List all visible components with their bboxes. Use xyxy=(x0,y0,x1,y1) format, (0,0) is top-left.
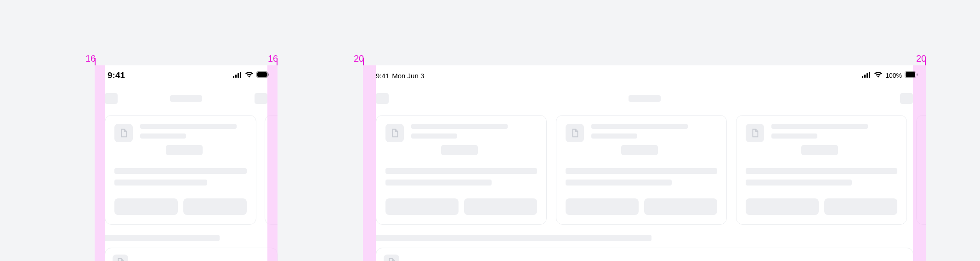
content-card[interactable] xyxy=(265,115,278,225)
status-bar: 9:41 Mon Jun 3 100% xyxy=(363,65,926,86)
wifi-icon xyxy=(245,71,254,80)
svg-rect-3 xyxy=(240,72,241,78)
card-title-placeholder xyxy=(140,124,237,129)
card-text-placeholder xyxy=(385,180,492,186)
nav-action-placeholder[interactable] xyxy=(255,93,267,104)
svg-rect-9 xyxy=(867,73,868,78)
card-text-placeholder xyxy=(566,168,717,174)
wifi-icon xyxy=(874,71,883,80)
nav-title-placeholder xyxy=(170,95,202,102)
battery-percentage: 100% xyxy=(885,72,902,79)
svg-rect-2 xyxy=(238,73,239,78)
svg-rect-8 xyxy=(864,75,866,78)
nav-title-placeholder xyxy=(629,95,661,102)
phone-mockup: 9:41 xyxy=(95,65,278,261)
document-icon xyxy=(114,124,133,142)
content-card[interactable] xyxy=(556,115,727,225)
card-button-placeholder[interactable] xyxy=(385,198,459,215)
content-card[interactable] xyxy=(376,115,547,225)
content-card[interactable] xyxy=(916,115,926,225)
document-icon xyxy=(113,255,128,261)
annotation-tick xyxy=(277,58,278,65)
card-title-placeholder xyxy=(411,124,508,129)
document-icon xyxy=(385,124,404,142)
signal-icon xyxy=(862,71,871,80)
card-button-placeholder[interactable] xyxy=(566,198,639,215)
card-row xyxy=(95,115,278,225)
nav-back-placeholder[interactable] xyxy=(105,93,118,104)
card-text-placeholder xyxy=(114,168,247,174)
svg-rect-5 xyxy=(257,72,267,77)
svg-rect-12 xyxy=(906,72,915,77)
card-button-placeholder[interactable] xyxy=(183,198,247,215)
card-subtitle-placeholder xyxy=(411,133,457,139)
signal-icon xyxy=(233,71,242,80)
card-button-placeholder[interactable] xyxy=(644,198,717,215)
content-area xyxy=(95,111,278,261)
annotation-tick xyxy=(925,58,926,65)
card-text-placeholder xyxy=(746,168,897,174)
card-chip-placeholder xyxy=(621,145,658,155)
card-button-placeholder[interactable] xyxy=(114,198,178,215)
section-header-placeholder xyxy=(376,235,651,241)
document-icon xyxy=(384,255,399,261)
card-button-placeholder[interactable] xyxy=(464,198,537,215)
card-row xyxy=(363,115,926,225)
status-time: 9:41 xyxy=(376,72,389,80)
annotation-tick xyxy=(95,58,96,65)
battery-icon xyxy=(905,71,918,80)
document-icon xyxy=(566,124,584,142)
content-card[interactable] xyxy=(376,248,913,261)
card-text-placeholder xyxy=(385,168,537,174)
margin-annotation-left-tablet: 20 xyxy=(354,53,364,64)
status-date: Mon Jun 3 xyxy=(392,72,424,80)
svg-rect-1 xyxy=(235,75,237,78)
content-area xyxy=(363,111,926,261)
card-chip-placeholder xyxy=(441,145,478,155)
card-title-placeholder xyxy=(771,124,868,129)
card-subtitle-placeholder xyxy=(591,133,637,139)
svg-rect-6 xyxy=(268,74,269,76)
card-chip-placeholder xyxy=(801,145,838,155)
section-header-placeholder xyxy=(105,235,220,241)
nav-action-placeholder[interactable] xyxy=(900,93,913,104)
nav-back-placeholder[interactable] xyxy=(376,93,389,104)
card-text-placeholder xyxy=(746,180,852,186)
annotation-tick xyxy=(363,58,364,65)
card-button-placeholder[interactable] xyxy=(824,198,897,215)
status-bar: 9:41 xyxy=(95,65,278,86)
card-text-placeholder xyxy=(114,180,207,186)
card-button-placeholder[interactable] xyxy=(746,198,819,215)
card-subtitle-placeholder xyxy=(140,133,186,139)
tablet-mockup: 9:41 Mon Jun 3 100% xyxy=(363,65,926,261)
card-subtitle-placeholder xyxy=(771,133,817,139)
content-card[interactable] xyxy=(105,248,278,261)
svg-rect-7 xyxy=(862,76,863,78)
battery-icon xyxy=(256,71,269,80)
card-text-placeholder xyxy=(566,180,672,186)
card-chip-placeholder xyxy=(166,145,203,155)
content-card[interactable] xyxy=(736,115,907,225)
content-card[interactable] xyxy=(105,115,256,225)
margin-annotation-left-phone: 16 xyxy=(85,53,96,64)
card-title-placeholder xyxy=(591,124,688,129)
status-time: 9:41 xyxy=(108,70,125,81)
svg-rect-10 xyxy=(869,72,870,78)
nav-bar xyxy=(363,86,926,111)
document-icon xyxy=(746,124,764,142)
nav-bar xyxy=(95,86,278,111)
svg-rect-0 xyxy=(233,76,234,78)
svg-rect-13 xyxy=(917,74,918,76)
